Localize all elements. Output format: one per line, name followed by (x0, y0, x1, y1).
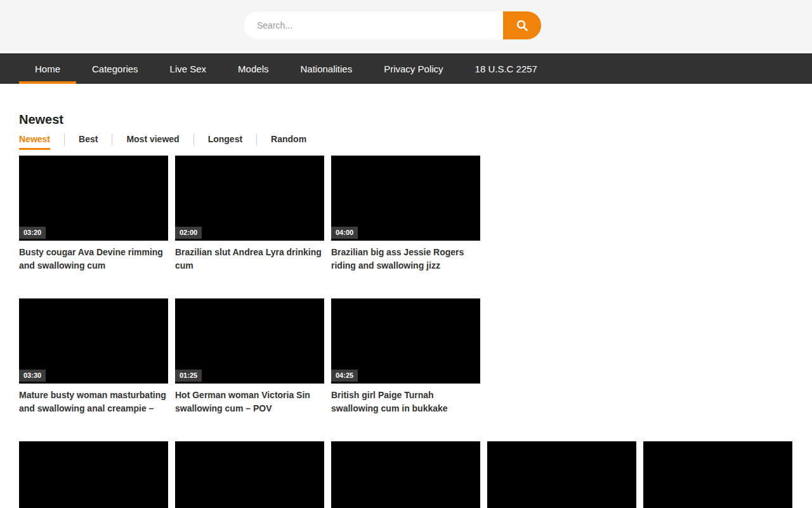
grid-spacer (487, 298, 792, 441)
tab-divider (112, 134, 112, 145)
video-title[interactable]: Busty cougar Ava Devine rimming and swal… (19, 246, 168, 272)
video-thumbnail[interactable] (487, 441, 636, 508)
video-thumbnail[interactable]: 02:00 (175, 156, 324, 241)
main-content: Newest Newest Best Most viewed Longest R… (0, 112, 812, 508)
video-thumbnail[interactable]: 04:25 (331, 298, 480, 384)
nav-item-nationalities[interactable]: Nationalities (284, 53, 368, 84)
video-title[interactable]: British girl Paige Turnah swallowing cum… (331, 389, 480, 415)
video-card[interactable] (175, 441, 324, 508)
video-title[interactable]: Brazilian slut Andrea Lyra drinking cum (175, 246, 324, 272)
video-card[interactable]: 03:20 Busty cougar Ava Devine rimming an… (19, 156, 168, 298)
video-thumbnail[interactable]: 03:20 (19, 156, 168, 241)
search-button[interactable] (503, 11, 541, 39)
video-card[interactable] (487, 441, 636, 508)
nav-item-categories[interactable]: Categories (76, 53, 154, 84)
video-thumbnail[interactable]: 01:25 (175, 298, 324, 384)
nav-item-2257[interactable]: 18 U.S.C 2257 (459, 53, 553, 84)
duration-badge: 03:20 (19, 227, 46, 239)
nav-item-home[interactable]: Home (19, 53, 76, 84)
top-header (0, 0, 812, 53)
grid-spacer (487, 156, 792, 298)
video-card[interactable]: 04:00 Brazilian big ass Jessie Rogers ri… (331, 156, 480, 298)
tab-random[interactable]: Random (271, 134, 306, 148)
video-thumbnail[interactable] (331, 441, 480, 508)
video-card[interactable]: 03:30 Mature busty woman masturbating an… (19, 298, 168, 441)
video-title[interactable]: Brazilian big ass Jessie Rogers riding a… (331, 246, 480, 272)
video-title[interactable]: Mature busty woman masturbating and swal… (19, 389, 168, 415)
video-card[interactable]: 01:25 Hot German woman Victoria Sin swal… (175, 298, 324, 441)
duration-badge: 04:25 (331, 370, 358, 382)
page-title: Newest (19, 112, 793, 127)
video-card[interactable] (19, 441, 168, 508)
video-thumbnail[interactable]: 04:00 (331, 156, 480, 241)
video-grid: 03:20 Busty cougar Ava Devine rimming an… (19, 156, 793, 508)
search-input[interactable] (244, 11, 503, 39)
video-thumbnail[interactable]: 03:30 (19, 298, 168, 384)
nav-item-privacy-policy[interactable]: Privacy Policy (368, 53, 459, 84)
duration-badge: 03:30 (19, 370, 46, 382)
video-thumbnail[interactable] (19, 441, 168, 508)
tab-most-viewed[interactable]: Most viewed (126, 134, 179, 148)
video-thumbnail[interactable] (643, 441, 792, 508)
nav-item-models[interactable]: Models (222, 53, 284, 84)
video-card[interactable] (331, 441, 480, 508)
video-title[interactable]: Hot German woman Victoria Sin swallowing… (175, 389, 324, 415)
tab-best[interactable]: Best (79, 134, 98, 148)
video-card[interactable] (643, 441, 792, 508)
tab-divider (193, 134, 194, 145)
sort-tabs: Newest Best Most viewed Longest Random (19, 134, 793, 150)
nav-item-live-sex[interactable]: Live Sex (154, 53, 223, 84)
tab-newest[interactable]: Newest (19, 134, 50, 150)
tab-longest[interactable]: Longest (208, 134, 242, 148)
main-nav: Home Categories Live Sex Models National… (0, 53, 812, 84)
duration-badge: 04:00 (331, 227, 358, 239)
duration-badge: 02:00 (175, 227, 202, 239)
video-card[interactable]: 04:25 British girl Paige Turnah swallowi… (331, 298, 480, 441)
video-thumbnail[interactable] (175, 441, 324, 508)
video-card[interactable]: 02:00 Brazilian slut Andrea Lyra drinkin… (175, 156, 324, 298)
tab-divider (64, 134, 65, 145)
tab-divider (256, 134, 257, 145)
search-bar (244, 11, 541, 39)
search-icon (516, 19, 528, 32)
duration-badge: 01:25 (175, 370, 202, 382)
